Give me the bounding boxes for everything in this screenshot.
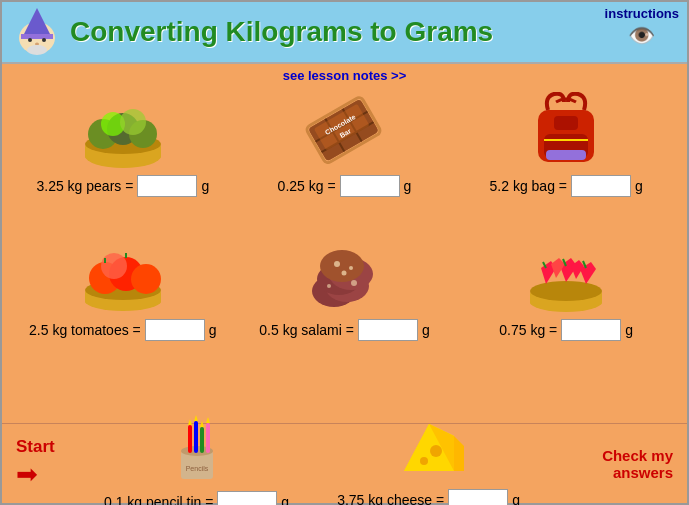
check-answers-button[interactable]: Check my answers — [573, 447, 673, 481]
problem-tomatoes: 2.5 kg tomatoes = g — [12, 231, 234, 375]
header: Converting Kilograms to Grams instructio… — [2, 2, 687, 64]
svg-rect-2 — [21, 34, 53, 39]
svg-rect-63 — [188, 425, 192, 453]
problem-pencil-tin: Pencils 0.1 kg pencil tin = g — [104, 415, 289, 506]
strawberries-label: 0.75 kg = — [499, 322, 557, 338]
pencil-tin-answer-input[interactable] — [217, 491, 277, 506]
strawberries-image — [521, 235, 611, 315]
salami-image — [299, 235, 389, 315]
start-label: Start — [16, 437, 55, 457]
pencil-tin-unit: g — [281, 494, 289, 506]
problem-chocolate: Chocolate Bar 0.25 kg = g — [234, 87, 456, 231]
pears-unit: g — [201, 178, 209, 194]
svg-rect-28 — [554, 116, 578, 130]
pears-answer-input[interactable] — [137, 175, 197, 197]
svg-point-45 — [349, 266, 353, 270]
cheese-unit: g — [512, 492, 520, 505]
problem-strawberries: 0.75 kg = g — [455, 231, 677, 375]
pears-problem-row: 3.25 kg pears = g — [36, 175, 209, 197]
check-answers-label: Check my answers — [573, 447, 673, 481]
cheese-answer-input[interactable] — [448, 489, 508, 505]
svg-marker-68 — [200, 421, 204, 427]
chocolate-label: 0.25 kg = — [278, 178, 336, 194]
wizard-icon — [12, 7, 62, 57]
svg-marker-66 — [194, 415, 198, 421]
pencil-tin-label: 0.1 kg pencil tin = — [104, 494, 213, 506]
svg-point-43 — [320, 250, 364, 282]
svg-point-75 — [420, 457, 428, 465]
svg-point-47 — [327, 284, 331, 288]
main-content: see lesson notes >> — [2, 64, 687, 423]
svg-rect-67 — [200, 427, 204, 453]
tomatoes-label: 2.5 kg tomatoes = — [29, 322, 141, 338]
strawberries-answer-input[interactable] — [561, 319, 621, 341]
chocolate-unit: g — [404, 178, 412, 194]
pencil-tin-problem-row: 0.1 kg pencil tin = g — [104, 491, 289, 506]
svg-marker-64 — [188, 419, 192, 425]
svg-point-14 — [120, 109, 146, 135]
bag-image — [526, 91, 606, 171]
problem-bag: 5.2 kg bag = g — [455, 87, 677, 231]
problem-cheese: 3.75 kg cheese = g — [337, 416, 520, 505]
cheese-label: 3.75 kg cheese = — [337, 492, 444, 505]
chocolate-image: Chocolate Bar — [304, 91, 384, 171]
pears-label: 3.25 kg pears = — [36, 178, 133, 194]
cheese-image — [394, 416, 464, 485]
svg-point-44 — [334, 261, 340, 267]
start-arrow-icon: ➡ — [16, 459, 38, 490]
chocolate-problem-row: 0.25 kg = g — [278, 175, 412, 197]
svg-point-51 — [530, 281, 602, 301]
page-title: Converting Kilograms to Grams — [70, 16, 677, 48]
salami-unit: g — [422, 322, 430, 338]
lesson-notes-link[interactable]: see lesson notes >> — [12, 68, 677, 83]
salami-problem-row: 0.5 kg salami = g — [259, 319, 429, 341]
instructions-label: instructions — [605, 6, 679, 21]
start-button[interactable]: Start ➡ — [16, 437, 96, 490]
bag-answer-input[interactable] — [571, 175, 631, 197]
svg-marker-70 — [206, 417, 210, 423]
svg-rect-65 — [194, 421, 198, 453]
bag-unit: g — [635, 178, 643, 194]
bag-label: 5.2 kg bag = — [490, 178, 567, 194]
svg-point-6 — [27, 45, 47, 55]
pencil-image: Pencils — [163, 415, 231, 487]
svg-text:Pencils: Pencils — [185, 465, 208, 472]
cheese-problem-row: 3.75 kg cheese = g — [337, 489, 520, 505]
svg-point-46 — [342, 271, 347, 276]
svg-point-3 — [28, 38, 32, 42]
svg-point-35 — [131, 264, 161, 294]
svg-marker-76 — [454, 436, 464, 471]
tomatoes-answer-input[interactable] — [145, 319, 205, 341]
strawberries-problem-row: 0.75 kg = g — [499, 319, 633, 341]
problem-pears: 3.25 kg pears = g — [12, 87, 234, 231]
svg-point-74 — [430, 445, 442, 457]
svg-rect-29 — [546, 150, 586, 160]
svg-rect-69 — [206, 423, 210, 453]
strawberries-unit: g — [625, 322, 633, 338]
tomatoes-unit: g — [209, 322, 217, 338]
chocolate-answer-input[interactable] — [340, 175, 400, 197]
salami-label: 0.5 kg salami = — [259, 322, 354, 338]
tomatoes-problem-row: 2.5 kg tomatoes = g — [29, 319, 216, 341]
svg-point-48 — [351, 280, 357, 286]
pears-image — [78, 91, 168, 171]
svg-point-4 — [42, 38, 46, 42]
problem-salami: 0.5 kg salami = g — [234, 231, 456, 375]
svg-point-36 — [101, 253, 127, 279]
bag-problem-row: 5.2 kg bag = g — [490, 175, 643, 197]
tomatoes-image — [78, 235, 168, 315]
problems-grid: 3.25 kg pears = g — [12, 87, 677, 406]
eye-icon: 👁️ — [628, 23, 655, 49]
svg-marker-1 — [23, 8, 51, 36]
bottom-row: Start ➡ Pencils — [2, 423, 687, 503]
salami-answer-input[interactable] — [358, 319, 418, 341]
instructions-button[interactable]: instructions 👁️ — [605, 6, 679, 49]
